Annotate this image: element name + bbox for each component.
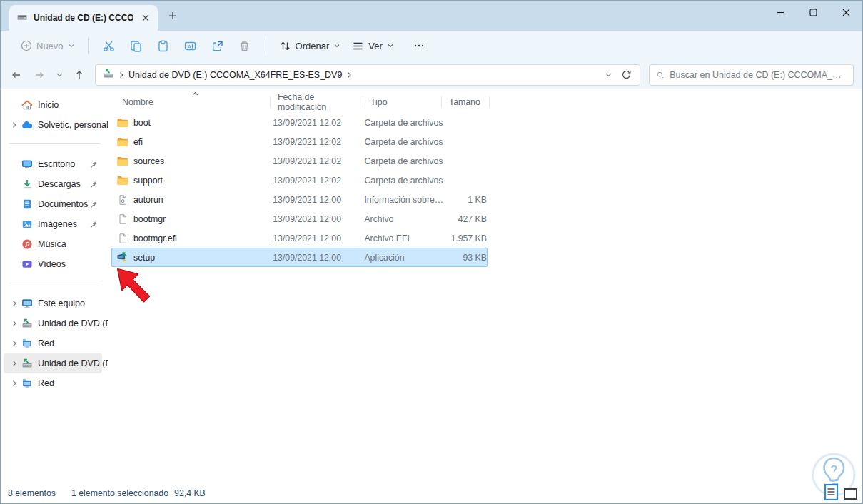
file-row[interactable]: bootmgr.efi 13/09/2021 12:00 Archivo EFI… — [111, 228, 488, 248]
delete-button[interactable] — [233, 35, 257, 56]
documents-icon — [21, 198, 33, 211]
chevron-right-icon — [118, 71, 124, 79]
file-row[interactable]: sources 13/09/2021 12:02 Carpeta de arch… — [111, 151, 488, 171]
more-button[interactable] — [407, 35, 431, 56]
ellipsis-icon — [413, 39, 425, 52]
file-row[interactable]: autorun 13/09/2021 12:00 Información sob… — [111, 190, 488, 209]
file-row[interactable]: bootmgr 13/09/2021 12:00 Archivo 427 KB — [111, 209, 488, 228]
explorer-tab[interactable]: Unidad de CD (E:) CCCOMA_X — [9, 5, 158, 31]
sidebar-item-label: Imágenes — [38, 219, 77, 229]
file-date: 13/09/2021 12:02 — [273, 156, 364, 166]
cloud-icon — [21, 119, 33, 131]
file-date: 13/09/2021 12:00 — [273, 233, 364, 243]
address-bar[interactable]: Unidad de DVD (E:) CCCOMA_X64FRE_ES-ES_D… — [95, 64, 640, 86]
sidebar-item-label: Unidad de DVD (E:) — [38, 358, 108, 368]
chevron-down-icon — [68, 42, 75, 49]
tab-close-icon[interactable] — [139, 11, 152, 24]
sort-ascending-icon — [192, 89, 198, 99]
file-name: sources — [133, 156, 273, 166]
inifile-icon — [116, 193, 128, 206]
maximize-button[interactable] — [797, 1, 829, 24]
tab-title: Unidad de CD (E:) CCCOMA_X — [34, 13, 133, 23]
column-header-date[interactable]: Fecha de modificación — [271, 96, 363, 108]
pin-icon — [90, 221, 98, 228]
file-row[interactable]: efi 13/09/2021 12:02 Carpeta de archivos — [111, 132, 488, 151]
chevron-right-icon[interactable] — [8, 298, 21, 308]
close-button[interactable] — [829, 1, 862, 24]
file-row[interactable]: support 13/09/2021 12:02 Carpeta de arch… — [111, 171, 488, 190]
file-name: autorun — [133, 195, 273, 205]
back-button[interactable] — [6, 65, 26, 85]
pin-icon — [90, 181, 98, 188]
address-dropdown-icon[interactable] — [605, 71, 612, 79]
folder-icon — [116, 116, 128, 128]
chevron-right-icon[interactable] — [8, 338, 21, 348]
file-size: 427 KB — [443, 214, 487, 224]
file-size: 1.957 KB — [443, 233, 487, 243]
sidebar-item[interactable]: Inicio — [4, 95, 102, 115]
file-date: 13/09/2021 12:00 — [273, 195, 364, 205]
sidebar-item[interactable]: Documentos — [4, 194, 102, 214]
sidebar-item[interactable]: Red — [4, 373, 102, 393]
sidebar-item[interactable]: Vídeos — [4, 254, 102, 274]
column-header-type[interactable]: Tipo — [363, 96, 442, 108]
share-button[interactable] — [206, 35, 230, 56]
sidebar-item[interactable]: Solvetic, personal — [4, 115, 102, 135]
recent-locations-button[interactable] — [49, 65, 69, 85]
details-view-button[interactable] — [823, 485, 839, 500]
chevron-right-icon[interactable] — [8, 358, 21, 368]
dvd-icon — [21, 358, 33, 370]
downloads-icon — [21, 178, 33, 191]
column-header-size[interactable]: Tamaño — [442, 96, 490, 108]
chevron-right-icon[interactable] — [346, 71, 352, 79]
chevron-down-icon — [387, 42, 394, 49]
sidebar-item[interactable]: Escritorio — [4, 154, 102, 174]
column-header-name[interactable]: Nombre — [122, 96, 271, 108]
sidebar-item-label: Documentos — [38, 199, 88, 209]
up-button[interactable] — [69, 65, 89, 85]
new-button[interactable]: Nuevo — [15, 36, 81, 55]
sidebar-item[interactable]: Este equipo — [4, 293, 102, 313]
selection-size: 92,4 KB — [174, 488, 206, 498]
sort-arrows-icon — [279, 40, 291, 52]
copy-button[interactable] — [124, 35, 148, 56]
sort-button[interactable]: Ordenar — [273, 36, 347, 56]
large-icons-view-button[interactable] — [842, 485, 858, 500]
paste-button[interactable] — [151, 35, 176, 56]
sidebar-item[interactable]: Unidad de DVD (E:) — [4, 353, 102, 373]
file-list-area: Nombre Fecha de modificación Tipo Tamaño… — [108, 89, 862, 483]
refresh-button[interactable] — [617, 69, 635, 80]
file-type: Carpeta de archivos — [364, 156, 443, 166]
forward-button[interactable] — [29, 65, 49, 85]
file-row[interactable]: boot 13/09/2021 12:02 Carpeta de archivo… — [111, 113, 488, 132]
sidebar-item-label: Solvetic, personal — [38, 120, 108, 130]
sidebar-item[interactable]: Unidad de DVD (D:) — [4, 313, 102, 333]
chevron-right-icon[interactable] — [8, 378, 21, 388]
sidebar-item[interactable]: Red — [4, 333, 102, 353]
file-name: support — [133, 176, 273, 186]
minimize-button[interactable] — [764, 1, 797, 24]
breadcrumb-path[interactable]: Unidad de DVD (E:) CCCOMA_X64FRE_ES-ES_D… — [128, 70, 342, 80]
chevron-right-icon[interactable] — [8, 318, 21, 328]
setup-icon — [116, 251, 128, 263]
file-name: efi — [133, 137, 273, 147]
file-type: Carpeta de archivos — [364, 137, 443, 147]
file-size: 93 KB — [443, 253, 487, 263]
home-icon — [21, 99, 33, 111]
cd-drive-icon — [16, 11, 28, 25]
sidebar-item-label: Música — [38, 239, 66, 249]
file-icon — [116, 232, 128, 244]
new-tab-button[interactable] — [166, 9, 179, 22]
view-button[interactable]: Ver — [346, 36, 400, 56]
file-row[interactable]: setup 13/09/2021 12:00 Aplicación 93 KB — [111, 248, 488, 267]
sidebar-item[interactable]: Imágenes — [4, 214, 102, 234]
sidebar-item[interactable]: Música — [4, 234, 102, 254]
search-box[interactable]: Buscar en Unidad de CD (E:) CCCOMA_X64FR… — [649, 64, 854, 86]
cut-button[interactable] — [97, 35, 121, 56]
rename-button[interactable]: A — [178, 35, 203, 56]
chevron-right-icon[interactable] — [8, 120, 21, 130]
desktop-icon — [21, 158, 33, 171]
file-name: bootmgr — [133, 214, 273, 224]
sidebar-item[interactable]: Descargas — [4, 174, 102, 194]
sidebar-divider — [9, 143, 101, 144]
